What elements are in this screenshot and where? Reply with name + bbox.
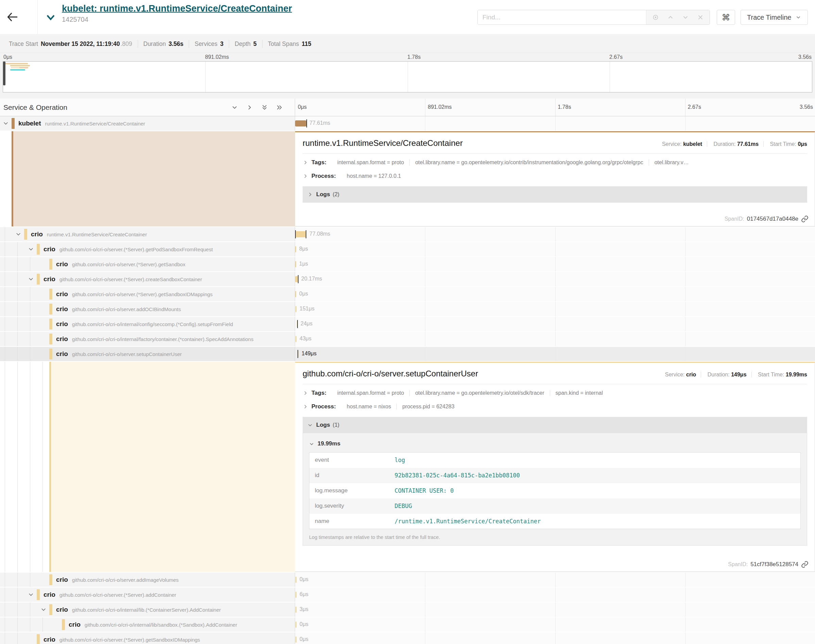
minimap-scrubber-handle[interactable] [3,61,5,85]
span-name-cell[interactable]: crio github.com/cri-o/cri-o/server.(*Ser… [0,272,295,286]
span-row[interactable]: crio github.com/cri-o/cri-o/internal/lib… [0,618,815,632]
span-duration-label: 1μs [299,261,308,267]
expand-one-level-icon[interactable] [231,104,238,111]
logs-toggle[interactable]: Logs (2) [303,186,807,202]
expand-all-icon[interactable] [261,104,268,111]
span-timeline-cell[interactable]: 0μs [295,618,815,632]
span-row[interactable]: crio github.com/cri-o/cri-o/server.addOC… [0,302,815,316]
trace-title-link[interactable]: kubelet: runtime.v1.RuntimeService/Creat… [62,3,292,14]
span-timeline-cell[interactable]: 6μs [295,587,815,602]
span-name-cell[interactable]: crio github.com/cri-o/cri-o/server.(*Ser… [0,632,295,644]
indent-guide [5,272,5,286]
keyboard-shortcuts-button[interactable]: ⌘ [717,10,735,25]
collapse-one-level-icon[interactable] [246,104,253,111]
span-timeline-cell[interactable]: 43μs [295,332,815,346]
chevron-down-icon[interactable] [28,246,34,252]
prev-match-icon[interactable] [667,14,674,21]
span-bar[interactable] [295,231,306,237]
chevron-down-icon[interactable] [28,276,34,282]
indent-guide [30,573,30,587]
span-timeline-cell[interactable]: 77.61ms [295,116,815,130]
span-timeline-cell[interactable]: 0μs [295,573,815,587]
detail-service: Service: kubelet [657,141,707,147]
indent-guide [5,242,5,256]
span-name-cell[interactable]: crio github.com/cri-o/cri-o/server.addIm… [0,573,295,587]
span-row[interactable]: crio github.com/cri-o/cri-o/server.(*Ser… [0,257,815,271]
match-highlight-icon[interactable] [652,14,659,21]
span-row[interactable]: crio github.com/cri-o/cri-o/server.(*Ser… [0,287,815,301]
span-row[interactable]: crio github.com/cri-o/cri-o/server.addIm… [0,573,815,587]
indent-guide [17,603,18,617]
span-bar[interactable] [296,336,297,342]
span-name-cell[interactable]: crio github.com/cri-o/cri-o/internal/lib… [0,618,295,632]
span-row[interactable]: crio runtime.v1.RuntimeService/CreateCon… [0,227,815,241]
span-name-cell[interactable]: crio github.com/cri-o/cri-o/internal/con… [0,317,295,331]
span-name-cell[interactable]: crio github.com/cri-o/cri-o/server.(*Ser… [0,242,295,256]
span-bar[interactable] [296,636,297,642]
span-timeline-cell[interactable]: 151μs [295,302,815,316]
span-name-cell[interactable]: crio github.com/cri-o/cri-o/server.setup… [0,347,295,361]
log-entry-toggle[interactable]: 19.99ms [309,439,801,449]
span-duration-label: 3μs [300,606,308,612]
span-row[interactable]: crio github.com/cri-o/cri-o/internal/lib… [0,603,815,617]
process-toggle[interactable]: Process: host.name = 127.0.0.1 [303,169,807,183]
span-name-cell[interactable]: crio github.com/cri-o/cri-o/internal/fac… [0,332,295,346]
span-row[interactable]: crio github.com/cri-o/cri-o/server.(*Ser… [0,272,815,286]
process-toggle[interactable]: Process: host.name = nixos process.pid =… [303,400,807,414]
span-bar[interactable] [295,291,296,297]
timeline-gridline [685,618,685,632]
clear-find-icon[interactable] [697,14,704,21]
span-timeline-cell[interactable]: 77.08ms [295,227,815,241]
span-name-cell[interactable]: crio github.com/cri-o/cri-o/server.(*Ser… [0,587,295,602]
span-row[interactable]: kubelet runtime.v1.RuntimeService/Create… [0,116,815,130]
span-name-cell[interactable]: crio github.com/cri-o/cri-o/server.(*Ser… [0,287,295,301]
span-timeline-cell[interactable]: 24μs [295,317,815,331]
span-bar[interactable] [296,592,297,598]
span-row[interactable]: crio github.com/cri-o/cri-o/server.(*Ser… [0,587,815,602]
collapse-all-icon[interactable] [276,104,283,111]
span-bar[interactable] [296,607,297,613]
chevron-down-icon[interactable] [28,592,34,598]
span-name-cell[interactable]: crio runtime.v1.RuntimeService/CreateCon… [0,227,295,241]
indent-guide [5,632,5,644]
tags-toggle[interactable]: Tags: internal.span.format = proto otel.… [303,386,807,400]
span-bar[interactable] [296,306,297,312]
span-row[interactable]: crio github.com/cri-o/cri-o/server.(*Ser… [0,242,815,256]
span-row[interactable]: crio github.com/cri-o/cri-o/internal/con… [0,317,815,331]
span-timeline-cell[interactable]: 3μs [295,603,815,617]
minimap-canvas[interactable] [3,61,812,92]
span-bar[interactable] [295,246,296,252]
span-name-cell[interactable]: crio github.com/cri-o/cri-o/server.addOC… [0,302,295,316]
span-duration-label: 24μs [300,320,313,327]
find-input[interactable] [478,10,646,25]
chevron-down-icon[interactable] [3,120,9,126]
collapse-trace-chevron-icon[interactable] [45,12,57,23]
copy-link-icon[interactable] [801,561,809,568]
tags-toggle[interactable]: Tags: internal.span.format = proto otel.… [303,156,807,169]
span-bar[interactable] [295,120,306,126]
span-timeline-cell[interactable]: 149μs [295,347,815,361]
span-bar[interactable] [296,621,297,628]
span-timeline-cell[interactable]: 0μs [295,632,815,644]
back-arrow-icon[interactable] [5,10,20,25]
span-timeline-cell[interactable]: 8μs [295,242,815,256]
span-timeline-cell[interactable]: 20.17ms [295,272,815,286]
span-name-cell[interactable]: crio github.com/cri-o/cri-o/server.(*Ser… [0,257,295,271]
timeline-gridline [425,603,425,617]
chevron-down-icon[interactable] [40,607,47,613]
span-name-cell[interactable]: crio github.com/cri-o/cri-o/internal/lib… [0,603,295,617]
span-timeline-cell[interactable]: 0μs [295,287,815,301]
span-bar[interactable] [296,577,297,583]
chevron-down-icon[interactable] [15,231,21,237]
logs-toggle[interactable]: Logs (1) [303,417,807,433]
next-match-icon[interactable] [682,14,689,21]
span-name-cell[interactable]: kubelet runtime.v1.RuntimeService/Create… [0,116,295,130]
trace-view-select[interactable]: Trace Timeline [740,10,808,25]
detail-tint-fill [13,131,295,227]
copy-link-icon[interactable] [801,215,809,223]
span-bar[interactable] [295,261,296,267]
span-timeline-cell[interactable]: 1μs [295,257,815,271]
span-row[interactable]: crio github.com/cri-o/cri-o/server.(*Ser… [0,632,815,644]
span-row[interactable]: crio github.com/cri-o/cri-o/internal/fac… [0,332,815,346]
span-row[interactable]: crio github.com/cri-o/cri-o/server.setup… [0,347,815,361]
